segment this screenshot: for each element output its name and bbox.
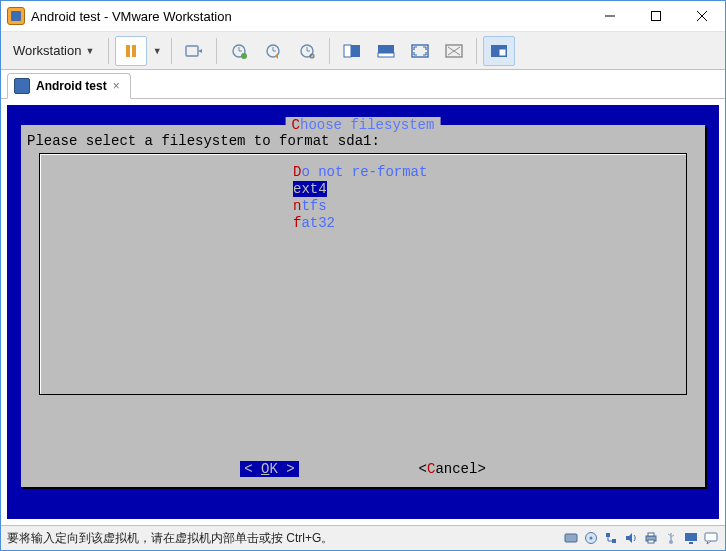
usb-icon[interactable]	[663, 530, 679, 546]
option-ext4[interactable]: ext4	[293, 181, 327, 198]
svg-rect-37	[648, 533, 654, 536]
svg-rect-38	[648, 540, 654, 543]
vm-tab-label: Android test	[36, 79, 107, 93]
seamless-button[interactable]	[438, 36, 470, 66]
dialog-buttons: < OK > <Cancel>	[21, 461, 705, 477]
device-tray	[563, 530, 719, 546]
show-console-button[interactable]	[336, 36, 368, 66]
option-fat32[interactable]: fat32	[293, 215, 686, 232]
fullscreen-button[interactable]	[404, 36, 436, 66]
dialog-options-box: Do not re-format ext4 ntfs fat32	[39, 153, 687, 395]
maximize-button[interactable]	[633, 1, 679, 31]
svg-rect-29	[565, 534, 577, 542]
svg-rect-1	[652, 12, 661, 21]
svg-rect-5	[132, 45, 136, 57]
svg-rect-45	[705, 533, 717, 541]
svg-rect-44	[689, 542, 693, 544]
app-icon	[7, 7, 25, 25]
chevron-down-icon: ▼	[153, 46, 162, 56]
svg-rect-4	[126, 45, 130, 57]
choose-filesystem-dialog: Choose filesystem Please select a filesy…	[21, 125, 705, 487]
cancel-button[interactable]: <Cancel>	[419, 461, 486, 477]
network-icon[interactable]	[603, 530, 619, 546]
titlebar: Android test - VMware Workstation	[1, 1, 725, 32]
vm-display-container: Choose filesystem Please select a filesy…	[1, 99, 725, 525]
vm-icon	[14, 78, 30, 94]
svg-rect-22	[378, 53, 394, 57]
vm-console[interactable]: Choose filesystem Please select a filesy…	[7, 105, 719, 519]
snapshot-revert-button[interactable]	[257, 36, 289, 66]
pause-vm-button[interactable]	[115, 36, 147, 66]
tabstrip: Android test ×	[1, 70, 725, 99]
filesystem-options: Do not re-format ext4 ntfs fat32	[293, 164, 686, 232]
svg-rect-6	[186, 46, 198, 56]
toolbar-separator	[329, 38, 330, 64]
send-cad-button[interactable]	[178, 36, 210, 66]
sound-icon[interactable]	[623, 530, 639, 546]
toolbar-separator	[216, 38, 217, 64]
message-icon[interactable]	[703, 530, 719, 546]
svg-rect-43	[685, 533, 697, 541]
toolbar-separator	[108, 38, 109, 64]
svg-rect-20	[344, 45, 351, 57]
option-do-not-reformat[interactable]: Do not re-format	[293, 164, 686, 181]
snapshot-take-button[interactable]	[223, 36, 255, 66]
svg-rect-28	[499, 49, 506, 56]
unity-button[interactable]	[370, 36, 402, 66]
printer-icon[interactable]	[643, 530, 659, 546]
window-title: Android test - VMware Workstation	[31, 9, 587, 24]
dialog-title: Choose filesystem	[286, 117, 441, 133]
power-dropdown-button[interactable]: ▼	[149, 36, 165, 66]
workstation-menu-label: Workstation	[13, 43, 81, 58]
statusbar: 要将输入定向到该虚拟机，请在虚拟机内部单击或按 Ctrl+G。	[1, 525, 725, 550]
ok-button[interactable]: < OK >	[240, 461, 298, 477]
window-controls	[587, 1, 725, 31]
svg-point-10	[241, 53, 247, 59]
svg-rect-32	[606, 533, 610, 537]
close-button[interactable]	[679, 1, 725, 31]
chevron-down-icon: ▼	[85, 46, 94, 56]
harddisk-icon[interactable]	[563, 530, 579, 546]
svg-point-18	[312, 55, 314, 57]
status-text: 要将输入定向到该虚拟机，请在虚拟机内部单击或按 Ctrl+G。	[7, 530, 333, 547]
display-icon[interactable]	[683, 530, 699, 546]
cdrom-icon[interactable]	[583, 530, 599, 546]
option-ntfs[interactable]: ntfs	[293, 198, 686, 215]
svg-rect-33	[612, 539, 616, 543]
toolbar-separator	[476, 38, 477, 64]
snapshot-manage-button[interactable]	[291, 36, 323, 66]
minimize-button[interactable]	[587, 1, 633, 31]
toolbar: Workstation ▼ ▼	[1, 32, 725, 70]
thumbnail-view-button[interactable]	[483, 36, 515, 66]
vm-tab[interactable]: Android test ×	[7, 73, 131, 99]
toolbar-separator	[171, 38, 172, 64]
app-window: Android test - VMware Workstation Workst…	[0, 0, 726, 551]
svg-point-31	[590, 537, 593, 540]
workstation-menu[interactable]: Workstation ▼	[5, 39, 102, 62]
tab-close-button[interactable]: ×	[113, 79, 120, 93]
